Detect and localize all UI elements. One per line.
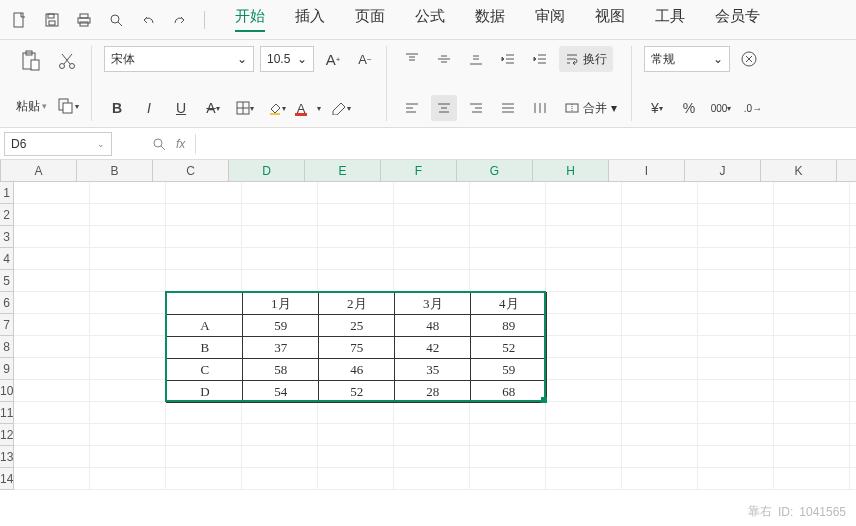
cell-H13[interactable] — [546, 446, 622, 468]
cell-C12[interactable] — [166, 424, 242, 446]
cell-A12[interactable] — [14, 424, 90, 446]
table-header[interactable] — [167, 293, 243, 315]
cell-L6[interactable] — [850, 292, 856, 314]
cell-J11[interactable] — [698, 402, 774, 424]
table-header[interactable]: 4月 — [471, 293, 547, 315]
cell-I8[interactable] — [622, 336, 698, 358]
cell-A3[interactable] — [14, 226, 90, 248]
cell-I13[interactable] — [622, 446, 698, 468]
col-header-I[interactable]: I — [609, 160, 685, 181]
redo-icon[interactable] — [166, 6, 194, 34]
cell-A9[interactable] — [14, 358, 90, 380]
cell-E11[interactable] — [318, 402, 394, 424]
cell-D3[interactable] — [242, 226, 318, 248]
cell-A4[interactable] — [14, 248, 90, 270]
cell-D14[interactable] — [242, 468, 318, 490]
borders-icon[interactable]: ▾ — [232, 95, 258, 121]
cell-A8[interactable] — [14, 336, 90, 358]
table-cell[interactable]: 25 — [319, 315, 395, 337]
bold-button[interactable]: B — [104, 95, 130, 121]
cell-H1[interactable] — [546, 182, 622, 204]
cell-L3[interactable] — [850, 226, 856, 248]
align-center-icon[interactable] — [431, 95, 457, 121]
cell-J14[interactable] — [698, 468, 774, 490]
menu-tab-2[interactable]: 页面 — [355, 7, 385, 32]
cell-I6[interactable] — [622, 292, 698, 314]
cell-E2[interactable] — [318, 204, 394, 226]
copy-icon[interactable]: ▾ — [53, 91, 83, 121]
cell-J6[interactable] — [698, 292, 774, 314]
table-cell[interactable]: 59 — [243, 315, 319, 337]
row-header-4[interactable]: 4 — [0, 248, 13, 270]
col-header-L[interactable]: L — [837, 160, 856, 181]
cell-B12[interactable] — [90, 424, 166, 446]
table-cell[interactable]: 37 — [243, 337, 319, 359]
cell-K8[interactable] — [774, 336, 850, 358]
cell-A11[interactable] — [14, 402, 90, 424]
cell-L8[interactable] — [850, 336, 856, 358]
cell-F13[interactable] — [394, 446, 470, 468]
col-header-C[interactable]: C — [153, 160, 229, 181]
col-header-H[interactable]: H — [533, 160, 609, 181]
increase-indent-icon[interactable] — [527, 46, 553, 72]
cell-C4[interactable] — [166, 248, 242, 270]
col-header-A[interactable]: A — [1, 160, 77, 181]
cell-H12[interactable] — [546, 424, 622, 446]
cell-D5[interactable] — [242, 270, 318, 292]
cell-K6[interactable] — [774, 292, 850, 314]
menu-tab-0[interactable]: 开始 — [235, 7, 265, 32]
cell-B4[interactable] — [90, 248, 166, 270]
cell-J13[interactable] — [698, 446, 774, 468]
clear-format-icon[interactable]: ▾ — [328, 95, 354, 121]
table-cell[interactable]: 28 — [395, 381, 471, 403]
cell-B5[interactable] — [90, 270, 166, 292]
align-left-icon[interactable] — [399, 95, 425, 121]
table-cell[interactable]: 52 — [319, 381, 395, 403]
table-cell[interactable]: 59 — [471, 359, 547, 381]
table-cell[interactable]: 35 — [395, 359, 471, 381]
align-right-icon[interactable] — [463, 95, 489, 121]
cell-B3[interactable] — [90, 226, 166, 248]
cell-H11[interactable] — [546, 402, 622, 424]
cell-G2[interactable] — [470, 204, 546, 226]
row-header-12[interactable]: 12 — [0, 424, 13, 446]
cell-H10[interactable] — [546, 380, 622, 402]
table-cell[interactable]: 54 — [243, 381, 319, 403]
menu-tab-1[interactable]: 插入 — [295, 7, 325, 32]
cell-K11[interactable] — [774, 402, 850, 424]
cell-C11[interactable] — [166, 402, 242, 424]
cell-H9[interactable] — [546, 358, 622, 380]
cell-I1[interactable] — [622, 182, 698, 204]
cell-E12[interactable] — [318, 424, 394, 446]
cell-A6[interactable] — [14, 292, 90, 314]
cell-J4[interactable] — [698, 248, 774, 270]
cut-icon[interactable] — [52, 46, 82, 76]
cell-I5[interactable] — [622, 270, 698, 292]
cell-A2[interactable] — [14, 204, 90, 226]
cell-E13[interactable] — [318, 446, 394, 468]
menu-tab-4[interactable]: 数据 — [475, 7, 505, 32]
row-header-11[interactable]: 11 — [0, 402, 13, 424]
row-header-5[interactable]: 5 — [0, 270, 13, 292]
cell-I9[interactable] — [622, 358, 698, 380]
percent-icon[interactable]: % — [676, 95, 702, 121]
cell-J9[interactable] — [698, 358, 774, 380]
cell-K5[interactable] — [774, 270, 850, 292]
print-preview-icon[interactable] — [102, 6, 130, 34]
row-header-14[interactable]: 14 — [0, 468, 13, 490]
cell-B1[interactable] — [90, 182, 166, 204]
cell-D11[interactable] — [242, 402, 318, 424]
menu-tab-5[interactable]: 审阅 — [535, 7, 565, 32]
font-color-icon[interactable]: A▾ — [296, 95, 322, 121]
cell-G13[interactable] — [470, 446, 546, 468]
cell-C2[interactable] — [166, 204, 242, 226]
cell-K3[interactable] — [774, 226, 850, 248]
cell-L10[interactable] — [850, 380, 856, 402]
cell-D4[interactable] — [242, 248, 318, 270]
cell-F5[interactable] — [394, 270, 470, 292]
cell-K1[interactable] — [774, 182, 850, 204]
cell-K13[interactable] — [774, 446, 850, 468]
menu-tab-8[interactable]: 会员专 — [715, 7, 760, 32]
cell-K14[interactable] — [774, 468, 850, 490]
cell-A5[interactable] — [14, 270, 90, 292]
